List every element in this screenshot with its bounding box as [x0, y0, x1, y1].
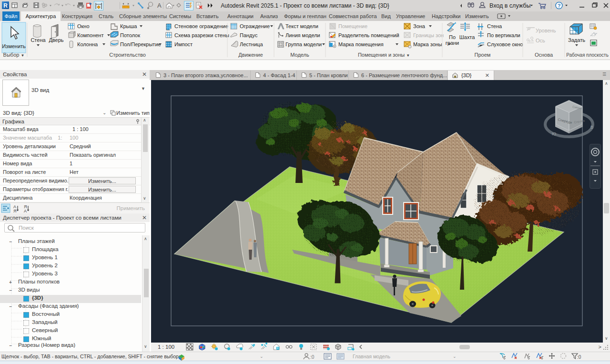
svg-text:Стеновое ограждение: Стеновое ограждение	[174, 23, 228, 29]
svg-text:Ю: Ю	[552, 131, 556, 136]
svg-text:Пол/Перекрытие: Пол/Перекрытие	[120, 41, 161, 47]
svg-text:Потолок: Потолок	[120, 32, 140, 38]
svg-text:Колонна: Колонна	[77, 41, 98, 47]
svg-text:R: R	[3, 2, 8, 9]
svg-text:?: ?	[558, 3, 561, 9]
svg-text:Крыша: Крыша	[120, 23, 137, 29]
svg-text:Autodesk Revit 2025.1 - Проект: Autodesk Revit 2025.1 - Проект со всеми …	[221, 2, 389, 9]
svg-text:Ограждение: Ограждение	[240, 23, 270, 29]
svg-text:Стена: Стена	[30, 37, 46, 43]
svg-text:Я: Я	[13, 209, 17, 213]
svg-text:Схема разрезки стены: Схема разрезки стены	[174, 32, 229, 38]
svg-text:Текст модели: Текст модели	[285, 23, 318, 29]
svg-text:Разделитель помещений: Разделитель помещений	[338, 32, 399, 38]
svg-text:Шахта: Шахта	[459, 34, 475, 40]
svg-text::0: :0	[310, 354, 315, 360]
svg-text:Слуховое окно: Слуховое окно	[487, 41, 523, 47]
svg-text:Помещение: Помещение	[338, 23, 367, 29]
svg-text:грани: грани	[446, 40, 459, 46]
svg-text:Пандус: Пандус	[240, 32, 258, 38]
svg-text:Ось: Ось	[536, 38, 545, 43]
svg-text:Окно: Окно	[77, 23, 90, 29]
svg-text:По: По	[449, 34, 456, 40]
svg-text:Вход в службы: Вход в службы	[489, 2, 530, 9]
svg-text::0: :0	[577, 354, 581, 360]
svg-text:Стена: Стена	[487, 23, 502, 29]
svg-text:Компонент: Компонент	[77, 32, 103, 38]
svg-text:Задать: Задать	[568, 37, 585, 43]
svg-text:Линия модели: Линия модели	[285, 32, 320, 38]
svg-text:Марка зоны: Марка зоны	[413, 41, 442, 47]
svg-text:В: В	[590, 125, 593, 130]
svg-text:Импост: Импост	[174, 41, 193, 47]
svg-text:Марка помещения: Марка помещения	[338, 41, 384, 47]
svg-text:Границы зон: Границы зон	[413, 32, 444, 38]
svg-text:Группа модели: Группа модели	[285, 41, 322, 47]
svg-text:A: A	[157, 2, 162, 9]
svg-text:По вертикали: По вертикали	[487, 32, 520, 38]
svg-text:Лестница: Лестница	[240, 41, 263, 47]
svg-text:Изменить: Изменить	[2, 43, 26, 49]
svg-text:Зона: Зона	[413, 23, 426, 29]
svg-text:А: А	[24, 209, 27, 213]
svg-text:Дверь: Дверь	[49, 37, 63, 43]
svg-text:Уровень: Уровень	[536, 28, 556, 33]
